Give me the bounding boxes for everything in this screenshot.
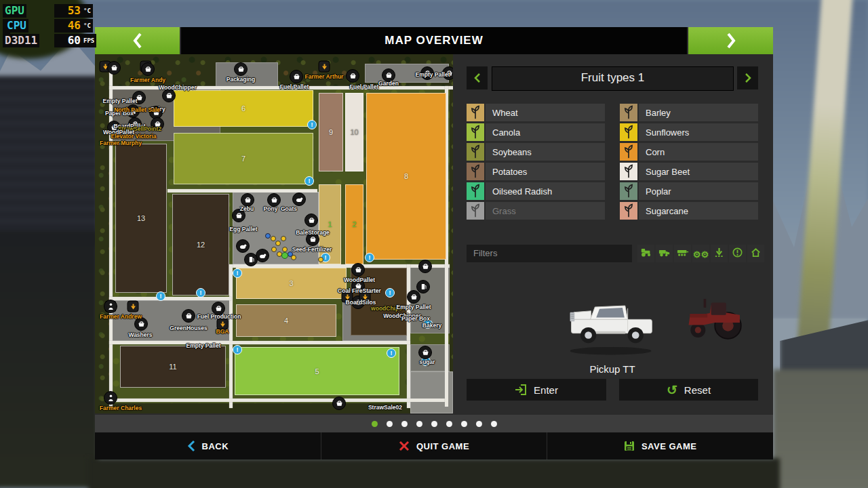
gpu-label: GPU	[3, 4, 26, 18]
map-label: Farmer Charles	[100, 405, 142, 411]
page-dot-6[interactable]	[446, 421, 452, 427]
map-field-12[interactable]: 12	[172, 194, 229, 296]
fruit-label-bar: Wheat	[486, 104, 605, 121]
previous-page-button[interactable]	[95, 27, 180, 54]
map-label: BGA	[216, 328, 229, 335]
chevron-left-icon	[474, 73, 481, 83]
fruit-label-bar: Poplar	[639, 182, 758, 200]
field-number: 8	[404, 172, 408, 180]
back-chevron-icon	[187, 440, 195, 452]
fruit-label-bar: Soybeans	[486, 143, 605, 161]
sell-point-marker	[267, 193, 281, 207]
field-number: 4	[284, 317, 288, 325]
map-label: Empty Pallet	[396, 304, 431, 310]
page-dot-5[interactable]	[431, 421, 437, 427]
filter-download-button[interactable]	[711, 245, 728, 262]
barley-icon	[620, 104, 637, 121]
info-marker: !	[307, 120, 317, 129]
fruit-row-soybeans[interactable]: Soybeans	[467, 143, 605, 161]
sugar-beet-icon	[620, 163, 637, 180]
ground-right	[773, 369, 868, 488]
map-label: Empty Pallet	[415, 71, 450, 78]
trailer-icon	[677, 247, 689, 260]
fruit-row-barley[interactable]: Barley	[620, 104, 758, 121]
map-label: Farmer Murphy	[100, 140, 142, 146]
page-dot-7[interactable]	[461, 421, 467, 427]
filter-tractor-button[interactable]	[637, 245, 654, 262]
fruit-label-bar: Corn	[639, 143, 758, 161]
sell-point-marker	[107, 61, 121, 75]
map-label: Pony	[264, 205, 278, 212]
page-dot-1[interactable]	[372, 421, 378, 427]
fruit-label-bar: Oilseed Radish	[486, 182, 605, 200]
map-field-13[interactable]: 13	[115, 144, 167, 293]
bale-dot-marker	[318, 257, 323, 262]
filter-harvester-button[interactable]	[656, 245, 673, 262]
fruit-row-corn[interactable]: Corn	[620, 143, 758, 161]
fruit-row-potatoes[interactable]: Potatoes	[467, 163, 605, 180]
next-page-button[interactable]	[688, 27, 773, 54]
fruit-label: Canola	[492, 127, 520, 138]
filter-gears-button[interactable]: ⚙⚙	[692, 245, 709, 262]
fruit-row-grass[interactable]: Grass	[467, 202, 605, 220]
page-dot-8[interactable]	[476, 421, 482, 427]
map-label: Elevator Victoria	[111, 133, 157, 140]
info-marker: !	[365, 253, 374, 262]
wheat-icon	[467, 104, 484, 121]
fruit-row-sunflowers[interactable]: Sunflowers	[620, 123, 758, 141]
ground-left	[0, 230, 98, 488]
map-field-10[interactable]: 10	[345, 93, 363, 171]
chevron-left-icon	[132, 33, 143, 49]
reset-vehicle-button[interactable]: ↺ Reset	[619, 379, 758, 401]
fruit-row-canola[interactable]: Canola	[467, 123, 605, 141]
sell-point-marker	[290, 70, 303, 83]
page-dot-3[interactable]	[401, 421, 408, 427]
harvester-icon	[658, 247, 671, 260]
map-field-7[interactable]: 7	[174, 133, 313, 184]
chevron-right-icon	[745, 73, 751, 83]
map-field-5[interactable]: 5	[235, 347, 399, 395]
fruit-label: Barley	[646, 108, 671, 118]
map-field-6[interactable]: 6	[174, 90, 313, 127]
filter-warning-button[interactable]	[729, 245, 746, 262]
page-dot-2[interactable]	[387, 421, 393, 427]
api-label: D3D11	[3, 34, 39, 47]
map-label: Seed-Fertilizer	[292, 246, 332, 253]
quit-game-button[interactable]: QUIT GAME	[321, 432, 547, 460]
fruit-row-wheat[interactable]: Wheat	[467, 104, 605, 121]
fruit-label-bar: Sunflowers	[639, 123, 758, 141]
map-field-4[interactable]: 4	[236, 304, 336, 337]
cpu-temp-unit: °C	[81, 19, 93, 33]
fruit-row-sugarcane[interactable]: Sugarcane	[620, 202, 758, 220]
building-left	[0, 76, 98, 245]
fruit-row-sugar-beet[interactable]: Sugar Beet	[620, 163, 758, 180]
filter-trailer-button[interactable]	[674, 245, 691, 262]
page-dot-4[interactable]	[416, 421, 422, 427]
cpu-temp-value: 46	[54, 19, 83, 33]
loading-point-marker	[127, 301, 139, 312]
quit-label: QUIT GAME	[416, 441, 469, 451]
save-floppy-icon	[624, 441, 635, 451]
page-dot-9[interactable]	[491, 421, 497, 427]
chevron-right-icon	[726, 33, 736, 49]
fruit-types-panel: Fruit types 1 WheatCanolaSoybeansPotatoe…	[467, 66, 758, 413]
field-number: 2	[352, 220, 356, 228]
fruit-types-next-button[interactable]	[737, 66, 758, 89]
back-button[interactable]: BACK	[95, 432, 321, 460]
sugarcane-icon	[620, 202, 637, 220]
fruit-label: Sunflowers	[646, 127, 689, 138]
map-field-9[interactable]: 9	[319, 93, 343, 171]
fruit-row-poplar[interactable]: Poplar	[620, 182, 758, 200]
filter-house-button[interactable]	[747, 245, 764, 262]
map-field-2[interactable]: 2	[345, 184, 363, 264]
fruit-types-prev-button[interactable]	[467, 66, 488, 89]
fruit-label: Sugar Beet	[646, 167, 690, 177]
enter-vehicle-button[interactable]: Enter	[467, 379, 606, 401]
fruit-row-oilseed-radish[interactable]: Oilseed Radish	[467, 182, 605, 200]
map-field-8[interactable]: 8	[366, 93, 446, 260]
map-field-3[interactable]: 3	[236, 268, 347, 299]
map[interactable]: 67910812131234115Farmer AndyPackagingWoo…	[95, 54, 453, 413]
map-field-11[interactable]: 11	[120, 346, 226, 388]
map-label: StrawSale02	[368, 404, 402, 411]
save-game-button[interactable]: SAVE GAME	[547, 432, 773, 460]
